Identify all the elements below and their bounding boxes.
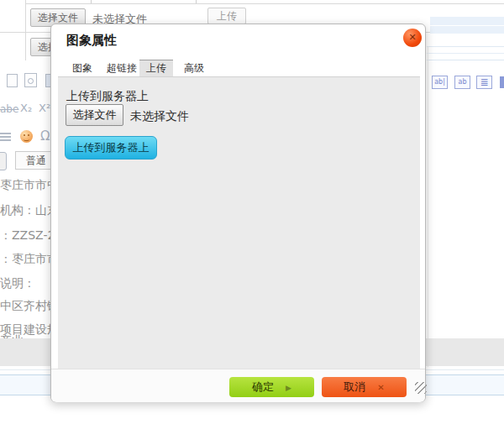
upload-to-server-button[interactable]: 上传到服务器上 (65, 136, 157, 160)
toolbar-separator-2 (427, 53, 504, 54)
input-fragment-right (196, 0, 197, 3)
ok-button-label: 确定 (252, 380, 274, 393)
preview-page-icon[interactable] (24, 73, 37, 87)
cancel-button[interactable]: 取消✕ (322, 377, 407, 397)
choose-file-button[interactable]: 选择文件 (66, 104, 123, 126)
new-page-icon[interactable] (7, 74, 18, 87)
tab-upload[interactable]: 上传 (139, 60, 173, 76)
textfield-icon[interactable]: ab| (432, 76, 448, 89)
no-file-selected-label: 未选择文件 (130, 109, 189, 124)
ok-button[interactable]: 确定▶ (229, 377, 314, 397)
upload-tab-panel: 上传到服务器上 选择文件 未选择文件 上传到服务器上 (58, 76, 420, 369)
partial-right-icon[interactable] (500, 76, 504, 88)
strikethrough-icon[interactable]: abe (0, 103, 18, 115)
tab-advanced[interactable]: 高级 (177, 60, 211, 76)
toolbar-separator-3 (427, 60, 504, 60)
emoticon-icon[interactable] (20, 130, 33, 143)
close-icon[interactable]: ✕ (403, 29, 422, 47)
table-border-top (25, 3, 504, 4)
subscript-icon[interactable]: X₂ (20, 102, 32, 114)
partial-button[interactable] (0, 152, 7, 170)
justify-icon[interactable] (0, 133, 11, 143)
textarea-icon[interactable]: ab (454, 76, 470, 89)
tab-image[interactable]: 图象 (66, 60, 99, 76)
resize-handle-icon[interactable] (415, 382, 427, 394)
bg-upload-button[interactable]: 上传 (207, 8, 246, 24)
dialog-title: 图象属性 (66, 33, 117, 49)
upload-section-label: 上传到服务器上 (66, 89, 149, 104)
cancel-button-label: 取消 (344, 380, 365, 393)
dialog-footer: 确定▶ 取消✕ (51, 369, 425, 402)
menu-list-icon[interactable]: ≣ (476, 76, 492, 89)
superscript-icon[interactable]: X² (39, 102, 50, 114)
editor-right-border (428, 46, 428, 367)
toolbar-separator-1 (427, 46, 504, 47)
header-fragment-divider (430, 25, 504, 26)
tab-hyperlink[interactable]: 超链接 (100, 60, 144, 76)
input-fragment-left (91, 0, 92, 3)
cancel-x-icon: ✕ (377, 383, 384, 392)
magnifier-icon (28, 78, 34, 84)
content-line: 说明： (0, 276, 35, 291)
image-properties-dialog: 图象属性 ✕ 图象 超链接 上传 高级 上传到服务器上 选择文件 未选择文件 上… (50, 24, 426, 402)
ok-arrow-icon: ▶ (286, 384, 291, 392)
special-char-icon[interactable]: Ω (40, 128, 50, 144)
screen: 选择文件 未选择文件 上传 选择文件 abe X₂ X² Ω 普通 枣庄市市中 … (0, 0, 504, 445)
table-border-left (25, 0, 26, 60)
